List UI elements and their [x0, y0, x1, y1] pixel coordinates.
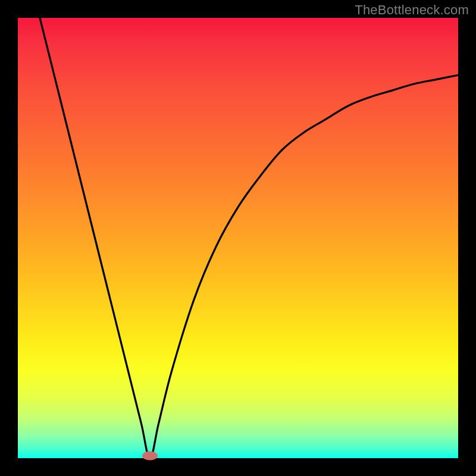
attribution-text: TheBottleneck.com: [355, 2, 469, 18]
plot-area: [18, 18, 458, 458]
bottleneck-curve: [18, 18, 458, 458]
dip-marker: [142, 452, 158, 461]
chart-frame: TheBottleneck.com: [0, 0, 476, 476]
